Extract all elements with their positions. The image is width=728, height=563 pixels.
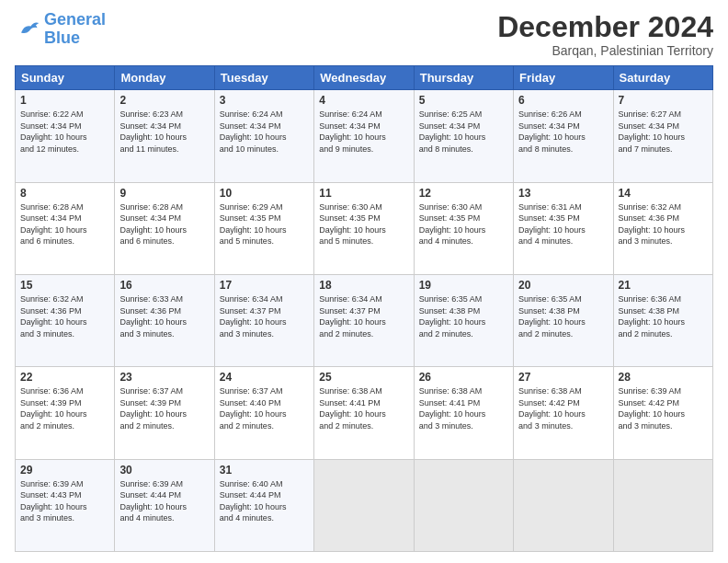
day-info: Sunrise: 6:33 AM Sunset: 4:36 PM Dayligh… (119, 293, 209, 339)
day-info: Sunrise: 6:28 AM Sunset: 4:34 PM Dayligh… (20, 201, 109, 247)
day-number: 27 (518, 371, 608, 384)
calendar-cell: 14Sunrise: 6:32 AM Sunset: 4:36 PM Dayli… (613, 182, 712, 274)
day-number: 25 (319, 371, 408, 384)
day-number: 21 (619, 279, 708, 292)
day-number: 15 (20, 279, 109, 292)
calendar-cell: 28Sunrise: 6:39 AM Sunset: 4:42 PM Dayli… (613, 367, 712, 459)
calendar-cell: 7Sunrise: 6:27 AM Sunset: 4:34 PM Daylig… (613, 90, 712, 182)
day-header-saturday: Saturday (613, 66, 712, 90)
day-number: 12 (419, 187, 508, 200)
location: Barqan, Palestinian Territory (497, 43, 713, 58)
calendar-cell: 2Sunrise: 6:23 AM Sunset: 4:34 PM Daylig… (115, 90, 214, 182)
day-number: 28 (619, 371, 708, 384)
day-info: Sunrise: 6:22 AM Sunset: 4:34 PM Dayligh… (20, 109, 109, 155)
day-number: 26 (419, 371, 508, 384)
calendar-cell: 3Sunrise: 6:24 AM Sunset: 4:34 PM Daylig… (214, 90, 313, 182)
calendar-week-1: 1Sunrise: 6:22 AM Sunset: 4:34 PM Daylig… (16, 90, 713, 182)
day-info: Sunrise: 6:29 AM Sunset: 4:35 PM Dayligh… (220, 201, 309, 247)
day-header-wednesday: Wednesday (314, 66, 414, 90)
day-number: 18 (319, 279, 408, 292)
day-info: Sunrise: 6:35 AM Sunset: 4:38 PM Dayligh… (419, 293, 508, 339)
day-number: 9 (119, 187, 209, 200)
logo: General Blue (15, 11, 106, 48)
day-number: 20 (518, 279, 608, 292)
calendar-cell: 30Sunrise: 6:39 AM Sunset: 4:44 PM Dayli… (115, 459, 214, 551)
day-number: 16 (119, 279, 209, 292)
calendar-cell: 31Sunrise: 6:40 AM Sunset: 4:44 PM Dayli… (214, 459, 313, 551)
calendar-table: SundayMondayTuesdayWednesdayThursdayFrid… (15, 65, 713, 552)
calendar-cell: 23Sunrise: 6:37 AM Sunset: 4:39 PM Dayli… (115, 367, 214, 459)
day-info: Sunrise: 6:30 AM Sunset: 4:35 PM Dayligh… (419, 201, 508, 247)
day-info: Sunrise: 6:38 AM Sunset: 4:41 PM Dayligh… (319, 385, 408, 431)
calendar-cell: 10Sunrise: 6:29 AM Sunset: 4:35 PM Dayli… (214, 182, 313, 274)
calendar-cell (414, 459, 513, 551)
day-number: 19 (419, 279, 508, 292)
page: General Blue December 2024 Barqan, Pales… (0, 0, 728, 563)
day-info: Sunrise: 6:25 AM Sunset: 4:34 PM Dayligh… (419, 109, 508, 155)
day-info: Sunrise: 6:26 AM Sunset: 4:34 PM Dayligh… (518, 109, 608, 155)
day-number: 4 (319, 94, 408, 107)
day-number: 10 (220, 187, 309, 200)
day-info: Sunrise: 6:37 AM Sunset: 4:40 PM Dayligh… (220, 385, 309, 431)
day-number: 29 (20, 464, 109, 477)
calendar-cell (514, 459, 613, 551)
day-info: Sunrise: 6:36 AM Sunset: 4:38 PM Dayligh… (619, 293, 708, 339)
day-info: Sunrise: 6:24 AM Sunset: 4:34 PM Dayligh… (319, 109, 408, 155)
day-number: 30 (119, 464, 209, 477)
calendar-cell: 22Sunrise: 6:36 AM Sunset: 4:39 PM Dayli… (16, 367, 115, 459)
calendar-week-4: 22Sunrise: 6:36 AM Sunset: 4:39 PM Dayli… (16, 367, 713, 459)
day-header-sunday: Sunday (16, 66, 115, 90)
day-info: Sunrise: 6:35 AM Sunset: 4:38 PM Dayligh… (518, 293, 608, 339)
day-number: 3 (220, 94, 309, 107)
day-number: 31 (220, 464, 309, 477)
logo-icon (15, 17, 40, 42)
day-info: Sunrise: 6:34 AM Sunset: 4:37 PM Dayligh… (319, 293, 408, 339)
calendar-week-5: 29Sunrise: 6:39 AM Sunset: 4:43 PM Dayli… (16, 459, 713, 551)
day-info: Sunrise: 6:36 AM Sunset: 4:39 PM Dayligh… (20, 385, 109, 431)
day-number: 22 (20, 371, 109, 384)
calendar-cell: 26Sunrise: 6:38 AM Sunset: 4:41 PM Dayli… (414, 367, 513, 459)
day-info: Sunrise: 6:31 AM Sunset: 4:35 PM Dayligh… (518, 201, 608, 247)
title-area: December 2024 Barqan, Palestinian Territ… (497, 11, 713, 58)
calendar-cell: 12Sunrise: 6:30 AM Sunset: 4:35 PM Dayli… (414, 182, 513, 274)
day-header-thursday: Thursday (414, 66, 513, 90)
day-info: Sunrise: 6:27 AM Sunset: 4:34 PM Dayligh… (619, 109, 708, 155)
day-info: Sunrise: 6:38 AM Sunset: 4:41 PM Dayligh… (419, 385, 508, 431)
logo-text: General Blue (44, 11, 106, 48)
calendar-cell: 21Sunrise: 6:36 AM Sunset: 4:38 PM Dayli… (613, 274, 712, 366)
day-number: 24 (220, 371, 309, 384)
calendar-cell: 19Sunrise: 6:35 AM Sunset: 4:38 PM Dayli… (414, 274, 513, 366)
calendar-cell: 1Sunrise: 6:22 AM Sunset: 4:34 PM Daylig… (16, 90, 115, 182)
calendar-cell: 4Sunrise: 6:24 AM Sunset: 4:34 PM Daylig… (314, 90, 414, 182)
calendar-cell: 8Sunrise: 6:28 AM Sunset: 4:34 PM Daylig… (16, 182, 115, 274)
calendar-cell: 13Sunrise: 6:31 AM Sunset: 4:35 PM Dayli… (514, 182, 613, 274)
calendar-cell: 6Sunrise: 6:26 AM Sunset: 4:34 PM Daylig… (514, 90, 613, 182)
day-info: Sunrise: 6:24 AM Sunset: 4:34 PM Dayligh… (220, 109, 309, 155)
day-info: Sunrise: 6:32 AM Sunset: 4:36 PM Dayligh… (20, 293, 109, 339)
day-number: 7 (619, 94, 708, 107)
day-header-tuesday: Tuesday (214, 66, 313, 90)
day-header-friday: Friday (514, 66, 613, 90)
day-info: Sunrise: 6:40 AM Sunset: 4:44 PM Dayligh… (220, 478, 309, 524)
day-info: Sunrise: 6:30 AM Sunset: 4:35 PM Dayligh… (319, 201, 408, 247)
calendar-cell: 20Sunrise: 6:35 AM Sunset: 4:38 PM Dayli… (514, 274, 613, 366)
day-info: Sunrise: 6:37 AM Sunset: 4:39 PM Dayligh… (119, 385, 209, 431)
calendar-cell: 18Sunrise: 6:34 AM Sunset: 4:37 PM Dayli… (314, 274, 414, 366)
day-header-monday: Monday (115, 66, 214, 90)
calendar-cell: 9Sunrise: 6:28 AM Sunset: 4:34 PM Daylig… (115, 182, 214, 274)
calendar-cell (314, 459, 414, 551)
calendar-cell: 17Sunrise: 6:34 AM Sunset: 4:37 PM Dayli… (214, 274, 313, 366)
calendar-week-3: 15Sunrise: 6:32 AM Sunset: 4:36 PM Dayli… (16, 274, 713, 366)
day-info: Sunrise: 6:39 AM Sunset: 4:43 PM Dayligh… (20, 478, 109, 524)
calendar-cell (613, 459, 712, 551)
calendar-cell: 15Sunrise: 6:32 AM Sunset: 4:36 PM Dayli… (16, 274, 115, 366)
day-number: 6 (518, 94, 608, 107)
day-number: 13 (518, 187, 608, 200)
day-info: Sunrise: 6:39 AM Sunset: 4:44 PM Dayligh… (119, 478, 209, 524)
day-info: Sunrise: 6:38 AM Sunset: 4:42 PM Dayligh… (518, 385, 608, 431)
day-number: 8 (20, 187, 109, 200)
header: General Blue December 2024 Barqan, Pales… (15, 11, 713, 58)
month-title: December 2024 (497, 11, 713, 43)
day-number: 17 (220, 279, 309, 292)
day-number: 2 (119, 94, 209, 107)
